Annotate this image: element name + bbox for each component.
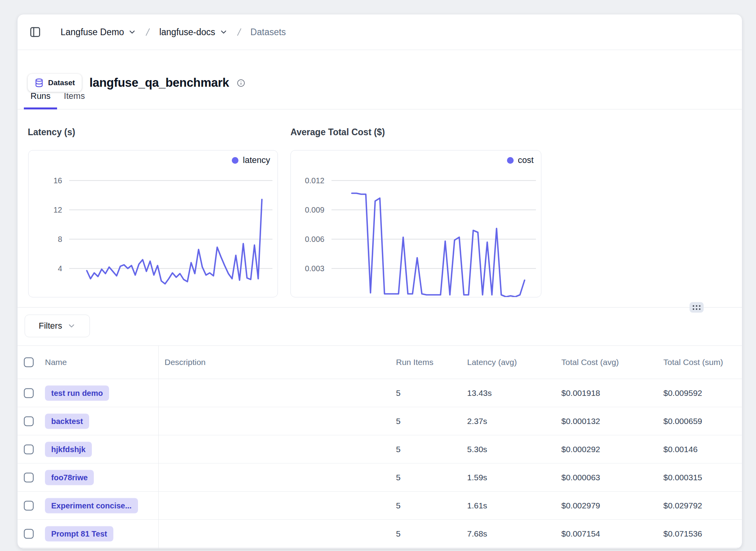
total-cost-sum-value: $0.000659 bbox=[663, 417, 702, 426]
cost-line bbox=[352, 193, 525, 297]
column-header-run-items: Run Items bbox=[396, 358, 434, 367]
column-header-description: Description bbox=[165, 358, 206, 367]
run-name-pill[interactable]: Prompt 81 Test bbox=[45, 526, 113, 541]
y-axis-tick-label: 0.012 bbox=[291, 176, 324, 185]
table-row[interactable]: backtest52.37s$0.000132$0.000659 bbox=[18, 407, 742, 435]
tab-items[interactable]: Items bbox=[57, 91, 91, 109]
page: Langfuse Demo langfuse-docs Datasets bbox=[0, 0, 756, 551]
latency-avg-value: 13.43s bbox=[467, 388, 492, 398]
latency-chart-canvas bbox=[29, 150, 278, 297]
latency-chart-title: Latency (s) bbox=[28, 127, 75, 138]
y-axis-tick-label: 16 bbox=[29, 176, 62, 185]
run-name-pill[interactable]: backtest bbox=[45, 413, 89, 429]
slash-separator-icon bbox=[143, 27, 153, 37]
cost-chart-legend: cost bbox=[507, 155, 534, 165]
total-cost-avg-value: $0.000292 bbox=[561, 445, 600, 454]
info-icon[interactable] bbox=[237, 79, 245, 87]
latency-avg-value: 7.68s bbox=[467, 529, 487, 538]
sidebar-toggle-icon[interactable] bbox=[29, 26, 41, 38]
latency-avg-value: 1.61s bbox=[467, 501, 487, 510]
table-row[interactable]: foo78riwe51.59s$0.000063$0.000315 bbox=[18, 463, 742, 492]
table-header-row: Name Description Run Items Latency (avg)… bbox=[18, 346, 742, 379]
cost-chart-canvas bbox=[291, 150, 541, 297]
column-header-latency-avg: Latency (avg) bbox=[467, 358, 517, 367]
total-cost-avg-value: $0.001918 bbox=[561, 388, 600, 398]
row-checkbox[interactable] bbox=[24, 444, 34, 454]
tabbar: Runs Items bbox=[18, 91, 742, 109]
breadcrumb-org-label: Langfuse Demo bbox=[61, 27, 124, 38]
total-cost-sum-value: $0.00146 bbox=[663, 445, 698, 454]
legend-dot-icon bbox=[507, 157, 514, 164]
row-checkbox[interactable] bbox=[24, 416, 34, 426]
breadcrumb-page-label: Datasets bbox=[251, 27, 286, 38]
total-cost-sum-value: $0.000315 bbox=[663, 473, 702, 482]
table-body: test run demo513.43s$0.001918$0.009592ba… bbox=[18, 379, 742, 549]
column-header-total-cost-avg: Total Cost (avg) bbox=[561, 358, 619, 367]
row-checkbox[interactable] bbox=[24, 388, 34, 398]
chevron-down-icon bbox=[128, 28, 136, 36]
runs-table: Name Description Run Items Latency (avg)… bbox=[18, 345, 742, 548]
tab-runs[interactable]: Runs bbox=[24, 91, 57, 109]
run-items-value: 5 bbox=[396, 529, 401, 538]
run-items-value: 5 bbox=[396, 417, 401, 426]
chevron-down-icon bbox=[67, 322, 76, 330]
cost-chart-title: Average Total Cost ($) bbox=[290, 127, 385, 138]
total-cost-sum-value: $0.009592 bbox=[663, 388, 702, 398]
run-name-pill[interactable]: foo78riwe bbox=[45, 470, 94, 485]
row-checkbox[interactable] bbox=[24, 472, 34, 482]
table-row[interactable]: Prompt 81 Test57.68s$0.007154$0.071536 bbox=[18, 520, 742, 548]
total-cost-avg-value: $0.000063 bbox=[561, 473, 600, 482]
breadcrumb: Langfuse Demo langfuse-docs Datasets bbox=[61, 27, 286, 38]
column-header-total-cost-sum: Total Cost (sum) bbox=[663, 358, 723, 367]
run-name-pill[interactable]: Experiment concise... bbox=[45, 498, 138, 513]
top-navbar: Langfuse Demo langfuse-docs Datasets bbox=[18, 14, 742, 50]
row-checkbox[interactable] bbox=[24, 501, 34, 510]
panel-resize-handle[interactable] bbox=[690, 302, 704, 313]
column-divider bbox=[158, 346, 159, 548]
dataset-header: Dataset langfuse_qa_benchmark bbox=[28, 74, 245, 92]
y-axis-tick-label: 8 bbox=[29, 235, 62, 244]
run-name-pill[interactable]: test run demo bbox=[45, 385, 109, 401]
section-divider bbox=[18, 307, 742, 308]
table-row[interactable]: test run demo513.43s$0.001918$0.009592 bbox=[18, 379, 742, 407]
slash-separator-icon bbox=[234, 27, 244, 37]
latency-line bbox=[87, 199, 262, 284]
dataset-badge: Dataset bbox=[28, 74, 82, 92]
run-items-value: 5 bbox=[396, 473, 401, 482]
breadcrumb-project-label: langfuse-docs bbox=[159, 27, 215, 38]
y-axis-tick-label: 4 bbox=[29, 264, 62, 273]
breadcrumb-org[interactable]: Langfuse Demo bbox=[61, 27, 136, 38]
page-title: langfuse_qa_benchmark bbox=[90, 76, 229, 90]
dataset-badge-label: Dataset bbox=[48, 79, 75, 87]
table-row[interactable]: Experiment concise...51.61s$0.002979$0.0… bbox=[18, 492, 742, 520]
grip-dots-icon bbox=[693, 305, 700, 310]
total-cost-sum-value: $0.071536 bbox=[663, 529, 702, 538]
y-axis-tick-label: 12 bbox=[29, 206, 62, 215]
table-row[interactable]: hjkfdshjk55.30s$0.000292$0.00146 bbox=[18, 435, 742, 463]
database-icon bbox=[34, 78, 44, 88]
filters-button-label: Filters bbox=[39, 321, 62, 331]
latency-chart: latency 161284 bbox=[28, 150, 278, 297]
latency-avg-value: 2.37s bbox=[467, 417, 487, 426]
main-card: Langfuse Demo langfuse-docs Datasets bbox=[17, 14, 742, 549]
filters-button[interactable]: Filters bbox=[25, 315, 90, 337]
run-items-value: 5 bbox=[396, 388, 401, 398]
cost-chart: cost 0.0120.0090.0060.003 bbox=[290, 150, 541, 297]
row-checkbox[interactable] bbox=[24, 529, 34, 538]
legend-dot-icon bbox=[232, 157, 238, 164]
total-cost-sum-value: $0.029792 bbox=[663, 501, 702, 510]
breadcrumb-project[interactable]: langfuse-docs bbox=[159, 27, 228, 38]
y-axis-tick-label: 0.003 bbox=[291, 264, 324, 273]
run-name-pill[interactable]: hjkfdshjk bbox=[45, 442, 92, 457]
select-all-checkbox[interactable] bbox=[24, 358, 34, 367]
total-cost-avg-value: $0.007154 bbox=[561, 529, 600, 538]
table-row-partial bbox=[18, 548, 742, 549]
latency-avg-value: 1.59s bbox=[467, 473, 487, 482]
legend-label: cost bbox=[518, 155, 534, 165]
tab-items-label: Items bbox=[64, 91, 85, 101]
y-axis-tick-label: 0.006 bbox=[291, 235, 324, 244]
run-items-value: 5 bbox=[396, 501, 401, 510]
y-axis-tick-label: 0.009 bbox=[291, 206, 324, 215]
tab-runs-label: Runs bbox=[30, 91, 50, 101]
latency-avg-value: 5.30s bbox=[467, 445, 487, 454]
